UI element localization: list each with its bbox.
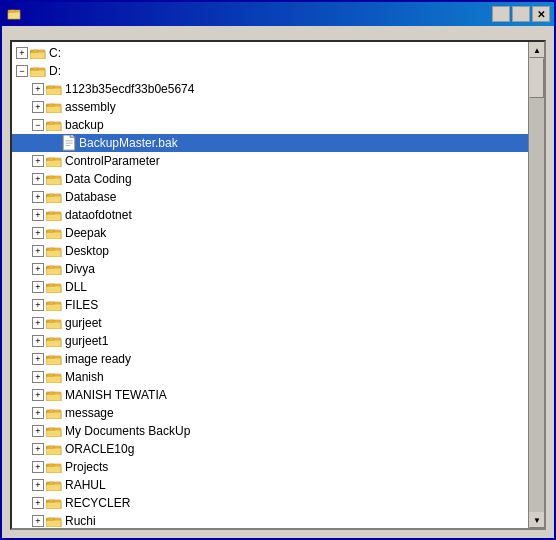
expand-button[interactable]: + <box>32 371 44 383</box>
tree-item[interactable]: + RECYCLER <box>12 494 528 512</box>
item-label: Divya <box>65 262 95 276</box>
tree-item[interactable]: + assembly <box>12 98 528 116</box>
expand-button[interactable]: + <box>32 173 44 185</box>
item-label: RECYCLER <box>65 496 130 510</box>
svg-rect-45 <box>46 412 61 419</box>
expand-button[interactable]: + <box>32 407 44 419</box>
svg-rect-25 <box>46 232 61 239</box>
item-label: gurjeet1 <box>65 334 108 348</box>
item-label: FILES <box>65 298 98 312</box>
minimize-button[interactable] <box>492 6 510 22</box>
item-label: My Documents BackUp <box>65 424 190 438</box>
expand-button[interactable]: + <box>32 317 44 329</box>
folder-icon <box>30 46 46 60</box>
svg-rect-29 <box>46 268 61 275</box>
expand-button[interactable]: + <box>32 353 44 365</box>
tree-item[interactable]: BackupMaster.bak <box>12 134 528 152</box>
tree-item[interactable]: + image ready <box>12 350 528 368</box>
item-label: 1123b35ecdf33b0e5674 <box>65 82 194 96</box>
tree-item[interactable]: + Divya <box>12 260 528 278</box>
expand-button[interactable]: + <box>32 425 44 437</box>
expand-button[interactable]: + <box>32 101 44 113</box>
expand-button[interactable]: + <box>32 461 44 473</box>
expand-button[interactable]: + <box>32 155 44 167</box>
item-label: ORACLE10g <box>65 442 134 456</box>
svg-rect-3 <box>30 52 45 59</box>
folder-icon <box>46 262 62 276</box>
scrollbar[interactable]: ▲ ▼ <box>528 42 544 528</box>
expand-button[interactable]: + <box>32 497 44 509</box>
tree-item[interactable]: + ORACLE10g <box>12 440 528 458</box>
expand-button[interactable]: − <box>16 65 28 77</box>
item-label: image ready <box>65 352 131 366</box>
expand-button[interactable]: − <box>32 119 44 131</box>
folder-icon <box>46 370 62 384</box>
folder-icon <box>46 244 62 258</box>
expand-button[interactable]: + <box>32 389 44 401</box>
expand-button[interactable]: + <box>32 245 44 257</box>
tree-item[interactable]: + Manish <box>12 368 528 386</box>
tree-item[interactable]: + message <box>12 404 528 422</box>
item-label: ControlParameter <box>65 154 160 168</box>
tree-item[interactable]: + Deepak <box>12 224 528 242</box>
expand-button[interactable]: + <box>32 479 44 491</box>
expand-button[interactable]: + <box>32 335 44 347</box>
tree-item[interactable]: + MANISH TEWATIA <box>12 386 528 404</box>
expand-button[interactable]: + <box>32 227 44 239</box>
expand-button[interactable]: + <box>32 263 44 275</box>
expand-button[interactable]: + <box>32 281 44 293</box>
scroll-thumb[interactable] <box>529 58 544 98</box>
svg-rect-41 <box>46 376 61 383</box>
tree-item[interactable]: + 1123b35ecdf33b0e5674 <box>12 80 528 98</box>
folder-icon <box>46 208 62 222</box>
expand-button[interactable]: + <box>32 515 44 527</box>
close-button[interactable]: ✕ <box>532 6 550 22</box>
folder-icon <box>46 442 62 456</box>
tree-item[interactable]: + gurjeet1 <box>12 332 528 350</box>
folder-icon <box>46 334 62 348</box>
svg-rect-17 <box>46 160 61 167</box>
folder-icon <box>46 298 62 312</box>
tree-item[interactable]: + dataofdotnet <box>12 206 528 224</box>
svg-rect-19 <box>46 178 61 185</box>
svg-rect-21 <box>46 196 61 203</box>
tree-item[interactable]: − D: <box>12 62 528 80</box>
tree-item[interactable]: + Data Coding <box>12 170 528 188</box>
expand-button[interactable]: + <box>32 299 44 311</box>
tree-item[interactable]: + DLL <box>12 278 528 296</box>
folder-icon <box>46 352 62 366</box>
expand-button[interactable]: + <box>16 47 28 59</box>
tree-item[interactable]: + Desktop <box>12 242 528 260</box>
item-label: D: <box>49 64 61 78</box>
scroll-track[interactable] <box>529 58 544 512</box>
tree-item[interactable]: + FILES <box>12 296 528 314</box>
svg-rect-5 <box>30 70 45 77</box>
maximize-button[interactable] <box>512 6 530 22</box>
expand-button[interactable]: + <box>32 83 44 95</box>
expand-button[interactable]: + <box>32 191 44 203</box>
tree-item[interactable]: + C: <box>12 44 528 62</box>
folder-icon <box>46 316 62 330</box>
svg-rect-27 <box>46 250 61 257</box>
tree-item[interactable]: − backup <box>12 116 528 134</box>
tree-item[interactable]: + ControlParameter <box>12 152 528 170</box>
folder-icon <box>46 478 62 492</box>
folder-icon <box>46 406 62 420</box>
tree-item[interactable]: + Projects <box>12 458 528 476</box>
svg-rect-57 <box>46 520 61 527</box>
item-label: DLL <box>65 280 87 294</box>
file-tree[interactable]: + C:− D:+ 1123b35ecdf33b0e5674+ assembly… <box>12 42 528 528</box>
svg-rect-11 <box>46 124 61 131</box>
tree-item[interactable]: + My Documents BackUp <box>12 422 528 440</box>
expand-button[interactable]: + <box>32 443 44 455</box>
file-tree-container: + C:− D:+ 1123b35ecdf33b0e5674+ assembly… <box>10 40 546 530</box>
folder-icon <box>46 514 62 528</box>
tree-item[interactable]: + RAHUL <box>12 476 528 494</box>
expand-button[interactable]: + <box>32 209 44 221</box>
scroll-down-button[interactable]: ▼ <box>529 512 545 528</box>
tree-item[interactable]: + gurjeet <box>12 314 528 332</box>
tree-item[interactable]: + Ruchi <box>12 512 528 528</box>
tree-item[interactable]: + Database <box>12 188 528 206</box>
item-label: Desktop <box>65 244 109 258</box>
scroll-up-button[interactable]: ▲ <box>529 42 545 58</box>
